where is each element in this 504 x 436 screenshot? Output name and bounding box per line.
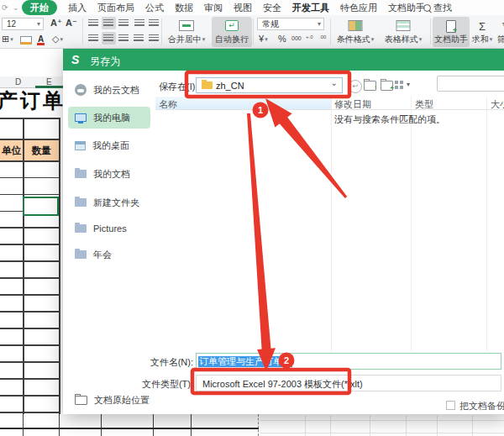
sidebar-item-label: 新建文件夹 xyxy=(93,197,139,209)
sidebar-item-label: 文档原始位置 xyxy=(94,394,150,407)
align-left-icon[interactable] xyxy=(87,32,101,45)
align-top-icon[interactable] xyxy=(87,17,101,29)
column-header-type[interactable]: 类型 xyxy=(415,98,433,111)
currency-icon[interactable]: ¥ xyxy=(259,33,268,45)
align-right-icon[interactable] xyxy=(117,32,131,45)
save-location-value: zh_CN xyxy=(216,81,244,91)
column-separator xyxy=(486,97,487,351)
chevron-down-icon[interactable]: ⌄ xyxy=(13,0,19,15)
wrap-text-icon xyxy=(225,20,239,31)
filter-button[interactable]: ▽ 筛选 xyxy=(496,17,504,47)
percent-icon[interactable]: % xyxy=(278,33,286,45)
column-header-name[interactable]: 名称 xyxy=(159,98,177,111)
sidebar-item-my-documents[interactable]: 我的文档 xyxy=(68,163,150,185)
column-header-size[interactable]: 大小 xyxy=(491,98,504,111)
new-folder-button[interactable]: + xyxy=(381,81,393,91)
save-location-dropdown[interactable]: zh_CN xyxy=(196,77,343,93)
increase-font-icon[interactable]: A⁺ xyxy=(50,17,62,29)
justify-icon[interactable] xyxy=(132,32,146,45)
file-search-input[interactable] xyxy=(437,76,504,92)
sidebar-item-cloud-docs[interactable]: 我的云文档 xyxy=(68,79,150,101)
tab-review[interactable]: 审阅 xyxy=(204,2,223,14)
column-header-date-modified[interactable]: 修改日期 xyxy=(334,98,371,111)
sidebar-item-annual-meeting[interactable]: 年会 xyxy=(68,244,150,265)
merge-center-button[interactable]: 合并居中 xyxy=(165,17,208,47)
sidebar-item-label: 我的云文档 xyxy=(93,84,139,97)
sum-button[interactable]: Σ 求和 xyxy=(470,17,494,47)
column-headers[interactable]: D E xyxy=(0,76,63,88)
grid-line xyxy=(260,420,504,421)
view-mode-button[interactable] xyxy=(395,81,403,89)
merge-center-icon xyxy=(179,20,194,31)
folder-icon xyxy=(75,198,87,207)
distribute-icon[interactable] xyxy=(147,32,161,45)
font-color-icon[interactable]: A xyxy=(37,35,45,45)
column-header-d[interactable]: D xyxy=(15,77,21,87)
align-center-icon[interactable] xyxy=(102,32,116,45)
backup-checkbox-label: 把文档备份 xyxy=(459,400,504,412)
find-label: 查找 xyxy=(433,2,452,14)
align-bottom-icon[interactable] xyxy=(117,17,131,29)
tab-doc-assistant[interactable]: 文档助手 xyxy=(388,2,425,14)
back-button[interactable]: ↩ xyxy=(349,80,362,93)
conditional-format-button[interactable]: 条件格式 xyxy=(333,17,378,47)
dialog-title-bar[interactable]: S 另存为 xyxy=(63,49,504,71)
up-one-level-button[interactable]: ↑ xyxy=(364,81,376,91)
sidebar-item-original-location[interactable]: 文档原始位置 xyxy=(68,389,150,411)
align-middle-icon[interactable] xyxy=(102,17,116,29)
file-name-input[interactable]: 订单管理与生产订单表 xyxy=(196,353,501,370)
undo-icon[interactable]: ⟳ xyxy=(2,0,8,15)
tab-view[interactable]: 视图 xyxy=(234,2,252,14)
grid-line xyxy=(437,416,438,436)
tab-home[interactable]: 开始 xyxy=(22,0,57,15)
grid-line xyxy=(0,428,259,429)
chevron-down-icon[interactable]: ▾ xyxy=(407,81,410,88)
column-separator xyxy=(331,97,332,351)
wps-logo: S xyxy=(71,53,79,66)
font-size-combo[interactable]: 12 xyxy=(2,18,44,30)
tab-page-layout[interactable]: 页面布局 xyxy=(97,2,134,14)
thousands-separator-icon[interactable]: 000 xyxy=(291,33,302,45)
tab-formulas[interactable]: 公式 xyxy=(145,2,164,14)
worksheet-left-strip: D E 产订单完 单位 数量 xyxy=(0,49,63,436)
borders-icon[interactable]: ⊞ xyxy=(2,33,13,45)
sidebar-item-my-desktop[interactable]: 我的桌面 xyxy=(68,134,150,156)
clear-format-icon[interactable]: ◇ xyxy=(52,33,63,45)
tab-security[interactable]: 安全 xyxy=(263,2,281,14)
tab-special-features[interactable]: 特色应用 xyxy=(340,2,377,14)
tab-insert[interactable]: 插入 xyxy=(68,2,87,14)
sidebar-item-pictures[interactable]: Pictures xyxy=(68,218,150,239)
header-cell-unit[interactable]: 单位 xyxy=(0,140,23,160)
file-type-dropdown[interactable]: Microsoft Excel 97-2003 模板文件(*.xlt) xyxy=(196,375,501,391)
sidebar-item-new-folder[interactable]: 新建文件夹 xyxy=(68,192,150,213)
number-format-combo[interactable]: 常规 xyxy=(257,18,324,30)
increase-decimal-icon[interactable]: +.0 xyxy=(306,34,313,39)
decrease-decimal-icon[interactable]: .00 xyxy=(319,34,326,39)
fill-color-icon[interactable] xyxy=(20,36,32,45)
header-cell-quantity[interactable]: 数量 xyxy=(24,140,60,160)
table-style-button[interactable]: 表格样式 xyxy=(380,17,427,47)
screenshot-root: { "app": { "tabs": ["开始","插入","页面布局","公式… xyxy=(0,0,504,436)
merge-center-label: 合并居中 xyxy=(165,34,208,45)
ribbon-divider xyxy=(330,18,331,45)
worksheet-bottom-strip xyxy=(0,414,504,436)
folder-icon xyxy=(75,250,87,259)
grid-line xyxy=(370,416,370,436)
sum-label: 求和 xyxy=(470,34,494,45)
ribbon-tabs: 开始 插入 页面布局 公式 数据 审阅 视图 安全 开发工具 特色应用 文档助手 xyxy=(22,0,425,15)
decrease-font-icon[interactable]: A⁻ xyxy=(66,17,77,29)
selected-cell[interactable] xyxy=(23,197,59,216)
worksheet-grid[interactable]: 单位 数量 xyxy=(0,118,63,436)
file-type-label: 文件类型(T): xyxy=(109,378,193,391)
sidebar-item-my-computer[interactable]: 我的电脑 xyxy=(68,107,150,129)
folder-icon xyxy=(202,81,213,89)
find-button[interactable]: 查找 xyxy=(423,0,452,15)
tab-dev-tools[interactable]: 开发工具 xyxy=(292,2,329,14)
increase-indent-icon[interactable] xyxy=(147,17,161,29)
tab-data[interactable]: 数据 xyxy=(175,2,193,14)
doc-assistant-button[interactable]: 文档助手 xyxy=(433,17,470,47)
backup-checkbox[interactable] xyxy=(446,401,455,410)
wrap-text-button[interactable]: 自动换行 xyxy=(212,17,252,47)
conditional-format-icon xyxy=(349,20,363,31)
decrease-indent-icon[interactable] xyxy=(133,17,147,29)
